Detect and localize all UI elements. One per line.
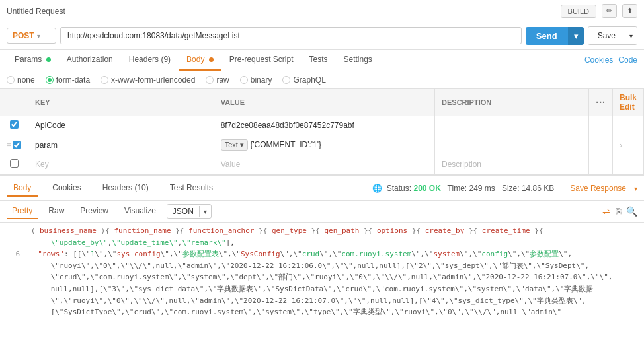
radio-graphql[interactable]: GraphQL xyxy=(282,75,325,85)
col-key-header: KEY xyxy=(28,89,214,116)
radio-none-circle xyxy=(7,76,15,84)
resp-tab-headers[interactable]: Headers (10) xyxy=(96,180,155,197)
col-checkbox xyxy=(0,89,28,116)
radio-binary-circle xyxy=(240,76,248,84)
kv-table: KEY VALUE DESCRIPTION ··· Bulk Edit xyxy=(0,89,644,174)
radio-none[interactable]: none xyxy=(7,75,35,85)
code-link[interactable]: Code xyxy=(618,55,637,65)
json-line: ( business_name ){ function_name }{ func… xyxy=(7,225,637,237)
json-line: \",\"ruoyi\",\"0\",\"\\/\",null,\"admin\… xyxy=(7,295,637,307)
response-status-group: 🌐 Status: 200 OK Time: 249 ms Size: 14.8… xyxy=(372,184,554,193)
table-row-placeholder: Key Value Description xyxy=(0,155,644,174)
kv-table-container: KEY VALUE DESCRIPTION ··· Bulk Edit xyxy=(0,89,644,175)
row1-key-cell[interactable]: ApiCode xyxy=(28,116,214,135)
format-bar: Pretty Raw Preview Visualize JSON ▾ ⇌ ⎘ … xyxy=(0,201,644,223)
wrap-icon[interactable]: ⇌ xyxy=(602,206,610,217)
save-dropdown-button[interactable]: ▾ xyxy=(625,27,637,44)
row2-arrow-cell: › xyxy=(612,135,643,155)
radio-binary[interactable]: binary xyxy=(240,75,272,85)
line-num-6: 6 xyxy=(7,248,20,260)
method-select[interactable]: POST ▾ xyxy=(7,28,56,44)
row2-value-cell[interactable]: Text ▾ {'COMMENT_ID':'1'} xyxy=(214,135,434,155)
row2-drag-handle-cell: ≡ xyxy=(0,135,28,155)
cookies-link[interactable]: Cookies xyxy=(584,55,613,65)
window-title: Untitled Request xyxy=(7,7,555,16)
row2-desc-cell[interactable] xyxy=(435,135,589,155)
row1-desc-cell[interactable] xyxy=(435,116,589,135)
row2-actions-cell xyxy=(589,135,613,155)
save-button[interactable]: Save xyxy=(588,27,625,44)
top-bar: Untitled Request BUILD ✏ ⬆ xyxy=(0,0,644,22)
col-value-header: VALUE xyxy=(214,89,434,116)
body-dot xyxy=(209,57,214,62)
radio-form-data-circle xyxy=(46,76,54,84)
format-select-group: JSON ▾ xyxy=(167,204,212,219)
tab-params[interactable]: Params xyxy=(7,50,59,71)
params-dot xyxy=(46,57,51,62)
actions-dots[interactable]: ··· xyxy=(596,97,606,108)
json-line: \"ruoyi\",\"0\",\"\\/\",null,\"admin\",\… xyxy=(7,260,637,272)
globe-icon: 🌐 xyxy=(372,184,382,193)
format-chevron-icon[interactable]: ▾ xyxy=(199,206,211,217)
placeholder-checkbox[interactable] xyxy=(10,159,19,168)
copy-icon[interactable]: ⎘ xyxy=(616,206,621,217)
placeholder-checkbox-cell xyxy=(0,155,28,174)
row1-value-cell[interactable]: 8f7d2ce08eaa48d3bf0e87452c779abf xyxy=(214,116,434,135)
bulk-edit-button[interactable]: Bulk Edit xyxy=(620,93,637,112)
resp-tab-test-results[interactable]: Test Results xyxy=(163,180,220,197)
save-response-button[interactable]: Save Response xyxy=(570,184,626,193)
radio-urlencoded[interactable]: x-www-form-urlencoded xyxy=(101,75,195,85)
tab-body[interactable]: Body xyxy=(179,50,221,71)
row1-checkbox-cell xyxy=(0,116,28,135)
row2-key-cell[interactable]: param xyxy=(28,135,214,155)
bulk-edit-header: Bulk Edit xyxy=(612,89,643,116)
tab-tests[interactable]: Tests xyxy=(301,50,335,71)
type-badge[interactable]: Text ▾ xyxy=(221,139,248,151)
save-response-chevron-icon[interactable]: ▾ xyxy=(634,185,637,192)
row1-extra-cell xyxy=(612,116,643,135)
json-line: \"update_by\",\"update_time\",\"remark\"… xyxy=(7,237,637,249)
radio-graphql-circle xyxy=(282,76,290,84)
format-label: JSON xyxy=(167,205,199,218)
size-value: 14.86 KB xyxy=(522,184,554,193)
search-icon[interactable]: 🔍 xyxy=(626,206,637,217)
url-input[interactable] xyxy=(60,27,522,44)
fmt-tab-preview[interactable]: Preview xyxy=(75,203,114,219)
tab-pre-request-script[interactable]: Pre-request Script xyxy=(221,50,302,71)
tab-settings[interactable]: Settings xyxy=(336,50,380,71)
placeholder-desc-cell[interactable]: Description xyxy=(435,155,589,174)
resp-tab-body[interactable]: Body xyxy=(7,180,38,197)
placeholder-key-cell[interactable]: Key xyxy=(28,155,214,174)
tab-authorization[interactable]: Authorization xyxy=(59,50,121,71)
request-tabs: Params Authorization Headers (9) Body Pr… xyxy=(0,50,644,71)
fmt-tab-raw[interactable]: Raw xyxy=(43,203,69,219)
radio-raw-circle xyxy=(206,76,214,84)
json-line: 6 "rows": [[\"1\",\"sys_config\",\"参数配置表… xyxy=(7,248,637,260)
share-icon-button[interactable]: ⬆ xyxy=(622,4,637,18)
url-bar: POST ▾ Send ▾ Save ▾ xyxy=(0,22,644,50)
placeholder-extra-cell xyxy=(612,155,643,174)
json-content[interactable]: ( business_name ){ function_name }{ func… xyxy=(0,223,644,315)
radio-raw[interactable]: raw xyxy=(206,75,229,85)
send-dropdown-button[interactable]: ▾ xyxy=(568,27,584,45)
row1-checkbox[interactable] xyxy=(10,120,19,129)
send-button-group: Send ▾ xyxy=(526,27,584,45)
json-line: null,null],[\"3\",\"sys_dict_data\",\"字典… xyxy=(7,283,637,295)
resp-tab-cookies[interactable]: Cookies xyxy=(46,180,87,197)
row1-actions-cell xyxy=(589,116,613,135)
table-row: ApiCode 8f7d2ce08eaa48d3bf0e87452c779abf xyxy=(0,116,644,135)
method-chevron-icon: ▾ xyxy=(37,32,40,40)
radio-form-data[interactable]: form-data xyxy=(46,75,90,85)
tab-headers[interactable]: Headers (9) xyxy=(121,50,179,71)
body-options-row: none form-data x-www-form-urlencoded raw… xyxy=(0,71,644,89)
edit-icon-button[interactable]: ✏ xyxy=(602,4,617,18)
time-value: 249 ms xyxy=(469,184,495,193)
drag-handle-icon: ≡ xyxy=(7,141,11,150)
json-line: \"crud\",\"com.ruoyi.system\",\"system\"… xyxy=(7,271,637,283)
send-button[interactable]: Send xyxy=(526,27,568,45)
fmt-tab-pretty[interactable]: Pretty xyxy=(7,203,38,219)
placeholder-value-cell[interactable]: Value xyxy=(214,155,434,174)
row2-checkbox[interactable] xyxy=(13,141,21,149)
fmt-tab-visualize[interactable]: Visualize xyxy=(119,203,161,219)
build-button[interactable]: BUILD xyxy=(561,5,596,18)
